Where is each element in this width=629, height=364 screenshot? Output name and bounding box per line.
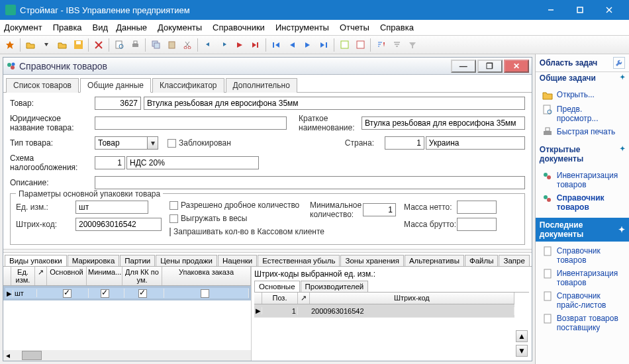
menu-help[interactable]: Справка — [380, 23, 414, 32]
nav-prev-icon[interactable] — [285, 38, 299, 52]
menu-directories[interactable]: Справочники — [213, 23, 265, 32]
table-row[interactable]: ▶ шт — [3, 286, 251, 300]
opendoc-inventory[interactable]: Инвентаризация товаров — [537, 169, 628, 191]
collapse-icon[interactable]: ✦ — [618, 225, 625, 234]
input-unit[interactable] — [75, 201, 148, 214]
checkbox-scales[interactable] — [169, 214, 178, 223]
recent-products[interactable]: Справочник товаров — [537, 244, 628, 267]
cut-icon[interactable] — [180, 38, 195, 52]
new-icon[interactable] — [3, 38, 17, 52]
task-open[interactable]: Открыть... — [537, 88, 628, 103]
subtab-bc-main[interactable]: Основные — [254, 281, 300, 293]
delete-icon[interactable] — [91, 38, 106, 52]
nav-last-icon[interactable] — [316, 38, 331, 52]
input-tovar-name[interactable] — [144, 97, 525, 110]
cell-chk-main[interactable] — [63, 289, 72, 298]
input-country-name[interactable] — [426, 136, 525, 150]
tab-general[interactable]: Общие данные — [80, 78, 151, 93]
recent-pricelists[interactable]: Справочник прайс-листов — [537, 289, 628, 312]
sort-icon[interactable] — [373, 38, 388, 52]
play-last-icon[interactable] — [248, 38, 263, 52]
mdi-restore-button[interactable]: ❐ — [477, 60, 503, 73]
refresh-green-icon[interactable] — [337, 38, 352, 52]
minimize-button[interactable] — [536, 0, 565, 20]
input-net[interactable] — [457, 201, 497, 214]
paste-icon[interactable] — [164, 38, 179, 52]
subtab-packaging[interactable]: Виды упаковки — [5, 255, 67, 267]
move-down-button[interactable]: ▼ — [516, 345, 528, 357]
tab-classifier[interactable]: Классификатор — [152, 78, 224, 93]
task-quickprint[interactable]: Быстрая печать — [537, 125, 628, 140]
collapse-icon[interactable]: ✦ — [620, 145, 625, 163]
subtab-zones[interactable]: Зоны хранения — [340, 255, 403, 267]
preview-icon[interactable] — [112, 38, 126, 52]
hscroll-left[interactable]: ◂ — [3, 350, 251, 361]
input-country-code[interactable] — [385, 136, 424, 150]
checkbox-askqty[interactable] — [169, 228, 171, 236]
nav-first-icon[interactable] — [269, 38, 283, 52]
wrench-icon[interactable] — [613, 57, 625, 69]
col-min[interactable]: Минима... — [87, 267, 122, 285]
menu-documents[interactable]: Документы — [158, 23, 202, 32]
print-icon[interactable] — [128, 38, 142, 52]
subtab-margins[interactable]: Наценки — [218, 255, 257, 267]
input-tovar-code[interactable] — [95, 97, 141, 110]
input-tax-name[interactable] — [126, 156, 259, 169]
mdi-close-button[interactable]: ✕ — [504, 60, 529, 73]
undo-icon[interactable] — [201, 38, 215, 52]
checkbox-blocked[interactable] — [168, 139, 176, 148]
col-pos[interactable]: Поз. — [262, 293, 298, 304]
menu-data[interactable]: Данные — [116, 23, 147, 32]
nav-next-icon[interactable] — [301, 38, 315, 52]
subtab-loss[interactable]: Естественная убыль — [258, 255, 340, 267]
funnel-icon[interactable] — [405, 38, 420, 52]
open-folder-icon[interactable] — [23, 38, 38, 52]
cell-chk-order[interactable] — [201, 289, 209, 298]
move-up-button[interactable]: ▲ — [516, 330, 528, 342]
chevron-down-icon[interactable]: ▾ — [148, 136, 158, 150]
input-tax-code[interactable] — [95, 156, 125, 169]
recent-return[interactable]: Возврат товаров поставщику — [537, 312, 628, 334]
checkbox-frac[interactable] — [169, 201, 178, 210]
col-order[interactable]: Упаковка заказа — [162, 267, 251, 285]
col-sort2[interactable]: ↗ — [298, 293, 310, 304]
menu-edit[interactable]: Правка — [53, 23, 82, 32]
refresh-red-icon[interactable] — [353, 38, 367, 52]
recent-inventory[interactable]: Инвентаризация товаров — [537, 267, 628, 289]
subtab-overflow[interactable]: Запре — [499, 255, 529, 267]
menu-document[interactable]: Документ — [4, 23, 42, 32]
dropdown-icon[interactable] — [39, 38, 54, 52]
cell-chk-kk[interactable] — [138, 289, 147, 298]
col-kk[interactable]: Для КК по ум. — [122, 267, 162, 285]
close-button[interactable] — [595, 0, 624, 20]
subtab-parties[interactable]: Партии — [120, 255, 155, 267]
filter-icon[interactable] — [389, 38, 404, 52]
menu-reports[interactable]: Отчеты — [340, 23, 369, 32]
tab-list[interactable]: Список товаров — [6, 78, 79, 93]
subtab-prices[interactable]: Цены продажи — [156, 255, 217, 267]
maximize-button[interactable] — [565, 0, 595, 20]
tab-additional[interactable]: Дополнительно — [226, 78, 297, 93]
folder2-icon[interactable] — [55, 38, 70, 52]
table-row[interactable]: ▶ 1 2000963016542 — [254, 304, 514, 318]
col-bc[interactable]: Штрих-код — [310, 293, 514, 304]
subtab-bc-mfr[interactable]: Производителей — [301, 281, 369, 293]
play-red-icon[interactable] — [232, 38, 247, 52]
input-legal-name[interactable] — [95, 116, 287, 130]
input-minqty[interactable] — [363, 203, 396, 216]
mdi-minimize-button[interactable]: — — [451, 60, 476, 73]
col-main[interactable]: Основной — [47, 267, 87, 285]
subtab-alternatives[interactable]: Альтернативы — [405, 255, 464, 267]
subtab-marking[interactable]: Маркировка — [68, 255, 120, 267]
cell-chk-min[interactable] — [101, 289, 109, 298]
task-preview[interactable]: Предв. просмотр... — [537, 103, 628, 125]
input-gross[interactable] — [457, 218, 497, 231]
input-desc[interactable] — [95, 176, 525, 189]
menu-tools[interactable]: Инструменты — [275, 23, 329, 32]
input-barcode[interactable] — [75, 218, 162, 231]
input-short-name[interactable] — [362, 116, 525, 130]
save-icon[interactable] — [71, 38, 85, 52]
subtab-files[interactable]: Файлы — [465, 255, 499, 267]
copy-icon[interactable] — [148, 38, 163, 52]
col-unit[interactable]: Ед. изм. — [11, 267, 35, 285]
